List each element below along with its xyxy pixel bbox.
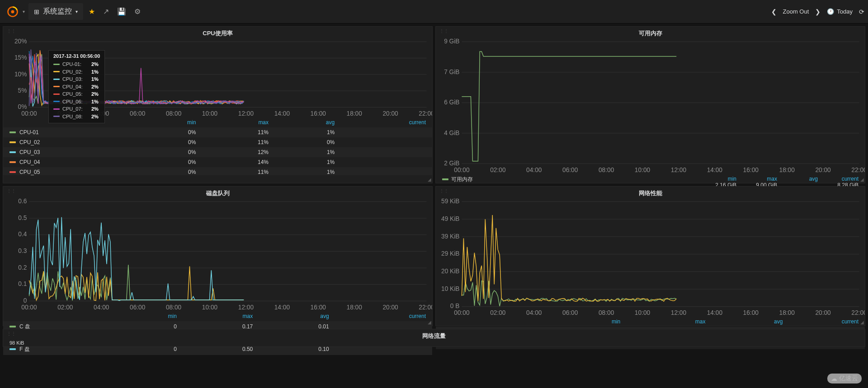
refresh-icon[interactable]: ⟳ xyxy=(859,8,864,15)
svg-text:00:00: 00:00 xyxy=(454,309,470,316)
svg-text:10 KiB: 10 KiB xyxy=(441,285,459,292)
svg-text:20:00: 20:00 xyxy=(815,167,831,173)
svg-text:04:00: 04:00 xyxy=(94,110,109,117)
panel-net: ⋮⋮ 网络性能 0 B10 KiB20 KiB29 KiB39 KiB49 Ki… xyxy=(435,186,865,326)
star-icon[interactable]: ★ xyxy=(89,7,95,16)
svg-text:15%: 15% xyxy=(14,54,27,61)
svg-text:08:00: 08:00 xyxy=(166,110,182,117)
panel-memory: ⋮⋮ 可用内存 2 GiB4 GiB6 GiB7 GiB9 GiB00:0002… xyxy=(435,26,865,183)
share-icon[interactable]: ↗ xyxy=(103,7,109,16)
svg-text:0.2: 0.2 xyxy=(18,264,27,271)
legend-swatch xyxy=(442,178,448,180)
legend-row[interactable]: CPU_040%14%1% xyxy=(3,157,432,167)
svg-text:08:00: 08:00 xyxy=(599,167,614,173)
svg-text:10:00: 10:00 xyxy=(202,304,218,311)
svg-text:04:00: 04:00 xyxy=(94,304,109,311)
chevron-left-icon[interactable]: ❮ xyxy=(771,8,777,15)
chart-net[interactable]: 0 B10 KiB20 KiB29 KiB39 KiB49 KiB59 KiB0… xyxy=(436,198,865,317)
panel-drag-handle[interactable]: ⋮⋮ xyxy=(439,28,448,33)
svg-text:12:00: 12:00 xyxy=(238,304,254,311)
svg-text:0.3: 0.3 xyxy=(18,248,27,254)
save-icon[interactable]: 💾 xyxy=(117,7,126,16)
cloud-icon: ☁ xyxy=(831,375,837,382)
svg-text:22:00: 22:00 xyxy=(419,304,432,311)
caret-down-icon[interactable]: ▾ xyxy=(23,9,25,14)
svg-text:6 GiB: 6 GiB xyxy=(444,99,459,106)
svg-text:10%: 10% xyxy=(14,71,27,78)
svg-text:0%: 0% xyxy=(18,103,27,110)
svg-text:04:00: 04:00 xyxy=(526,309,542,316)
svg-text:08:00: 08:00 xyxy=(166,304,182,311)
svg-text:20:00: 20:00 xyxy=(815,309,831,316)
svg-text:14:00: 14:00 xyxy=(274,110,290,117)
svg-text:14:00: 14:00 xyxy=(274,304,290,311)
legend-item[interactable]: 可用内存 xyxy=(442,176,473,183)
panel-resize-handle[interactable]: ◢ xyxy=(428,177,431,182)
panel-title[interactable]: 磁盘队列 xyxy=(3,187,432,198)
grid-icon: ⊞ xyxy=(34,8,39,15)
legend-table-cpu: min max avg current CPU-010%11%1%CPU_020… xyxy=(3,117,432,175)
svg-text:10:00: 10:00 xyxy=(202,110,218,117)
svg-text:02:00: 02:00 xyxy=(57,304,73,311)
svg-text:00:00: 00:00 xyxy=(454,167,470,173)
svg-text:20:00: 20:00 xyxy=(382,304,398,311)
svg-text:0: 0 xyxy=(24,297,27,304)
svg-text:39 KiB: 39 KiB xyxy=(441,233,459,240)
svg-text:29 KiB: 29 KiB xyxy=(441,250,459,257)
dashboard-title: 系统监控 xyxy=(43,7,72,16)
legend-row[interactable]: CPU_030%12%1% xyxy=(3,147,432,157)
svg-text:16:00: 16:00 xyxy=(743,167,759,173)
svg-point-1 xyxy=(11,10,14,13)
panel-title[interactable]: 网络性能 xyxy=(436,187,865,198)
svg-text:06:00: 06:00 xyxy=(562,309,578,316)
dashboard-body: ⋮⋮ CPU使用率 0%5%10%15%20%00:0002:0004:0006… xyxy=(0,23,868,350)
svg-text:18:00: 18:00 xyxy=(779,309,795,316)
panel-drag-handle[interactable]: ⋮⋮ xyxy=(7,331,16,336)
dashboard-picker[interactable]: ⊞ 系统监控 ▾ xyxy=(28,3,83,20)
svg-text:10:00: 10:00 xyxy=(635,167,651,173)
svg-text:04:00: 04:00 xyxy=(526,167,542,173)
panel-cpu: ⋮⋮ CPU使用率 0%5%10%15%20%00:0002:0004:0006… xyxy=(3,26,433,183)
panel-title[interactable]: CPU使用率 xyxy=(3,27,432,38)
svg-text:9 GiB: 9 GiB xyxy=(444,38,459,45)
panel-title[interactable]: 网络流量 xyxy=(3,329,865,341)
caret-down-icon: ▾ xyxy=(75,9,78,14)
svg-text:22:00: 22:00 xyxy=(419,110,432,117)
svg-text:12:00: 12:00 xyxy=(671,309,687,316)
chart-memory[interactable]: 2 GiB4 GiB6 GiB7 GiB9 GiB00:0002:0004:00… xyxy=(436,38,865,174)
svg-text:14:00: 14:00 xyxy=(707,309,723,316)
svg-text:00:00: 00:00 xyxy=(21,304,37,311)
grafana-logo[interactable] xyxy=(4,3,22,21)
panel-drag-handle[interactable]: ⋮⋮ xyxy=(7,28,16,33)
svg-text:20:00: 20:00 xyxy=(382,110,398,117)
chart-cpu[interactable]: 0%5%10%15%20%00:0002:0004:0006:0008:0010… xyxy=(3,38,432,117)
legend-row[interactable]: CPU_050%11%1% xyxy=(3,167,432,175)
svg-text:08:00: 08:00 xyxy=(599,309,614,316)
svg-text:59 KiB: 59 KiB xyxy=(441,198,459,205)
svg-text:16:00: 16:00 xyxy=(743,309,759,316)
svg-text:0.1: 0.1 xyxy=(18,280,27,287)
clock-icon: 🕐 xyxy=(827,8,834,15)
settings-icon[interactable]: ⚙ xyxy=(134,7,141,16)
svg-text:02:00: 02:00 xyxy=(490,167,506,173)
svg-text:02:00: 02:00 xyxy=(490,309,506,316)
svg-text:14:00: 14:00 xyxy=(707,167,723,173)
panel-resize-handle[interactable]: ◢ xyxy=(860,177,864,182)
legend-row[interactable]: CPU_020%11%0% xyxy=(3,137,432,147)
svg-text:0.4: 0.4 xyxy=(18,231,27,238)
topbar: ▾ ⊞ 系统监控 ▾ ★ ↗ 💾 ⚙ ❮ Zoom Out ❯ 🕐 Today … xyxy=(0,0,868,23)
panel-resize-handle[interactable]: ◢ xyxy=(860,320,864,325)
panel-drag-handle[interactable]: ⋮⋮ xyxy=(439,188,448,193)
panel-drag-handle[interactable]: ⋮⋮ xyxy=(7,188,16,193)
svg-text:10:00: 10:00 xyxy=(635,309,651,316)
svg-text:06:00: 06:00 xyxy=(130,110,146,117)
panel-title[interactable]: 可用内存 xyxy=(436,27,865,38)
svg-text:7 GiB: 7 GiB xyxy=(444,69,459,75)
chart-disk[interactable]: 00.10.20.30.40.50.600:0002:0004:0006:000… xyxy=(3,198,432,311)
time-range-picker[interactable]: 🕐 Today xyxy=(827,8,853,15)
panel-resize-handle[interactable]: ◢ xyxy=(428,320,431,325)
legend-row[interactable]: CPU-010%11%1% xyxy=(3,127,432,137)
zoom-out-button[interactable]: Zoom Out xyxy=(783,8,809,15)
chevron-right-icon[interactable]: ❯ xyxy=(815,8,821,15)
svg-text:22:00: 22:00 xyxy=(851,167,865,173)
